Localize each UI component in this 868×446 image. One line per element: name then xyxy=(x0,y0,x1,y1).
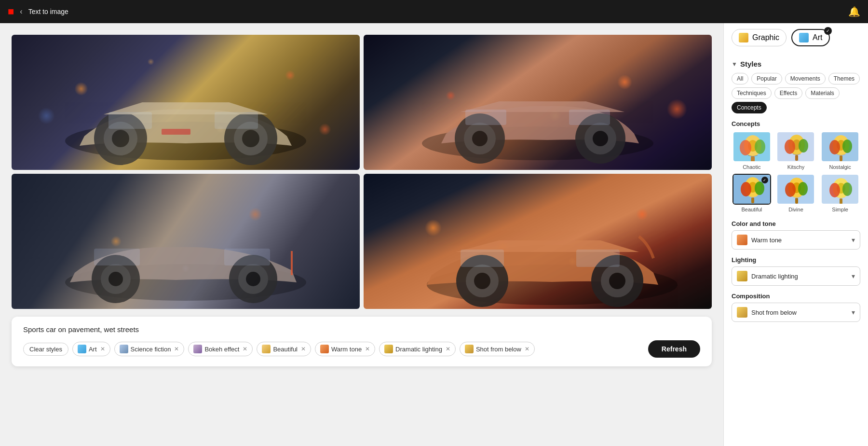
concepts-label: Concepts xyxy=(732,120,860,127)
svg-rect-28 xyxy=(94,249,140,265)
svg-point-24 xyxy=(108,272,123,286)
concept-beautiful-label: Beautiful xyxy=(741,207,762,212)
concept-simple-label: Simple xyxy=(832,207,848,212)
concept-nostalgic[interactable]: Nostalgic xyxy=(820,131,860,170)
svg-rect-20 xyxy=(569,110,610,125)
svg-point-85 xyxy=(842,182,852,196)
svg-rect-29 xyxy=(224,249,270,265)
tag-sf-remove[interactable]: ✕ xyxy=(174,346,179,352)
filter-effects[interactable]: Effects xyxy=(774,87,802,99)
style-type-graphic-button[interactable]: Graphic xyxy=(732,29,787,46)
composition-section: Composition Shot from below ▾ xyxy=(732,293,860,322)
graphic-icon xyxy=(739,33,748,42)
profile-icon[interactable]: 🔔 xyxy=(848,6,860,17)
concept-thumb-beautiful: ✓ xyxy=(732,174,771,205)
adobe-logo: ■ xyxy=(8,5,14,18)
tag-dramatic-lighting[interactable]: Dramatic lighting ✕ xyxy=(379,342,456,356)
filter-movements[interactable]: Movements xyxy=(785,73,826,84)
image-cell-4[interactable] xyxy=(364,174,712,309)
composition-dropdown[interactable]: Shot from below ▾ xyxy=(732,303,860,322)
image-grid xyxy=(12,35,712,309)
svg-point-61 xyxy=(842,139,852,153)
composition-label: Composition xyxy=(732,293,860,300)
concept-kitschy[interactable]: Kitschy xyxy=(776,131,816,170)
tag-bokeh-remove[interactable]: ✕ xyxy=(243,346,247,352)
tag-dramatic-remove[interactable]: ✕ xyxy=(446,346,450,352)
svg-point-52 xyxy=(785,139,795,154)
image-cell-1[interactable] xyxy=(12,35,360,170)
refresh-button[interactable]: Refresh xyxy=(648,340,700,358)
svg-point-37 xyxy=(609,273,625,289)
tag-shot-from-below[interactable]: Shot from below ✕ xyxy=(460,342,535,356)
tag-beautiful[interactable]: Beautiful ✕ xyxy=(257,342,311,356)
image-cell-3[interactable] xyxy=(12,174,360,309)
lighting-icon xyxy=(737,271,747,281)
concept-grid: Chaotic Kitschy xyxy=(732,131,860,212)
concept-beautiful-check: ✓ xyxy=(761,177,768,183)
svg-rect-10 xyxy=(162,129,190,135)
graphic-label: Graphic xyxy=(752,33,779,42)
filter-themes[interactable]: Themes xyxy=(828,73,860,84)
svg-point-44 xyxy=(740,140,751,155)
svg-point-77 xyxy=(798,182,808,195)
tag-beautiful-remove[interactable]: ✕ xyxy=(301,346,306,352)
filter-materials[interactable]: Materials xyxy=(805,87,840,99)
concept-thumb-kitschy xyxy=(776,131,815,162)
tag-shot-remove[interactable]: ✕ xyxy=(525,346,529,352)
back-button[interactable]: ‹ xyxy=(20,7,22,16)
filter-concepts[interactable]: Concepts xyxy=(732,102,767,113)
svg-rect-78 xyxy=(795,198,798,204)
tags-row: Clear styles Art ✕ Science fiction ✕ Bok… xyxy=(23,340,700,358)
tag-science-fiction[interactable]: Science fiction ✕ xyxy=(114,342,185,356)
concept-divine[interactable]: Divine xyxy=(776,174,816,212)
styles-chevron-icon: ▼ xyxy=(732,61,737,68)
svg-point-45 xyxy=(755,139,765,154)
filter-popular[interactable]: Popular xyxy=(751,73,782,84)
tag-warm-tone[interactable]: Warm tone ✕ xyxy=(315,342,375,356)
image-cell-2[interactable] xyxy=(364,35,712,170)
color-tone-dropdown[interactable]: Warm tone ▾ xyxy=(732,230,860,250)
concept-nostalgic-label: Nostalgic xyxy=(829,164,851,170)
sidebar: Graphic Art ✓ ▼ Styles All Popular Movem… xyxy=(723,23,868,446)
composition-icon xyxy=(737,307,747,318)
content-area: Sports car on pavement, wet streets Clea… xyxy=(0,23,723,446)
svg-point-34 xyxy=(474,273,490,289)
tag-art[interactable]: Art ✕ xyxy=(72,342,110,356)
style-type-art-button[interactable]: Art ✓ xyxy=(791,29,830,46)
filter-tags: All Popular Movements Themes Techniques … xyxy=(732,73,860,113)
color-tone-value: Warm tone xyxy=(751,237,848,244)
svg-rect-8 xyxy=(108,112,152,129)
prompt-box: Sports car on pavement, wet streets Clea… xyxy=(12,317,712,366)
tag-warm-remove[interactable]: ✕ xyxy=(365,346,370,352)
svg-rect-40 xyxy=(576,250,620,267)
filter-techniques[interactable]: Techniques xyxy=(732,87,772,99)
filter-all[interactable]: All xyxy=(732,73,748,84)
lighting-value: Dramatic lighting xyxy=(751,273,848,280)
svg-point-69 xyxy=(755,181,764,195)
svg-rect-86 xyxy=(840,198,842,204)
clear-styles-button[interactable]: Clear styles xyxy=(23,343,68,356)
lighting-dropdown[interactable]: Dramatic lighting ▾ xyxy=(732,266,860,286)
tag-art-remove[interactable]: ✕ xyxy=(100,346,105,352)
main-area: Sports car on pavement, wet streets Clea… xyxy=(0,23,868,446)
concept-chaotic-label: Chaotic xyxy=(743,164,760,170)
prompt-text: Sports car on pavement, wet streets xyxy=(23,325,700,334)
page-title: Text to image xyxy=(28,8,68,15)
svg-point-6 xyxy=(242,130,259,147)
lighting-label: Lighting xyxy=(732,256,860,264)
tag-art-icon xyxy=(78,345,86,353)
tag-dramatic-icon xyxy=(384,345,393,353)
svg-rect-54 xyxy=(795,155,798,161)
concept-beautiful[interactable]: ✓ Beautiful xyxy=(732,174,772,212)
concept-kitschy-label: Kitschy xyxy=(787,164,804,170)
concept-simple[interactable]: Simple xyxy=(820,174,860,212)
styles-section-header[interactable]: ▼ Styles xyxy=(732,60,860,68)
tag-bokeh-effect[interactable]: Bokeh effect ✕ xyxy=(188,342,253,356)
lighting-section: Lighting Dramatic lighting ▾ xyxy=(732,256,860,286)
svg-point-3 xyxy=(112,130,129,147)
svg-rect-19 xyxy=(465,110,506,125)
concept-chaotic[interactable]: Chaotic xyxy=(732,131,772,170)
svg-point-68 xyxy=(741,182,751,196)
color-tone-chevron-icon: ▾ xyxy=(852,236,855,244)
art-icon xyxy=(799,33,809,42)
